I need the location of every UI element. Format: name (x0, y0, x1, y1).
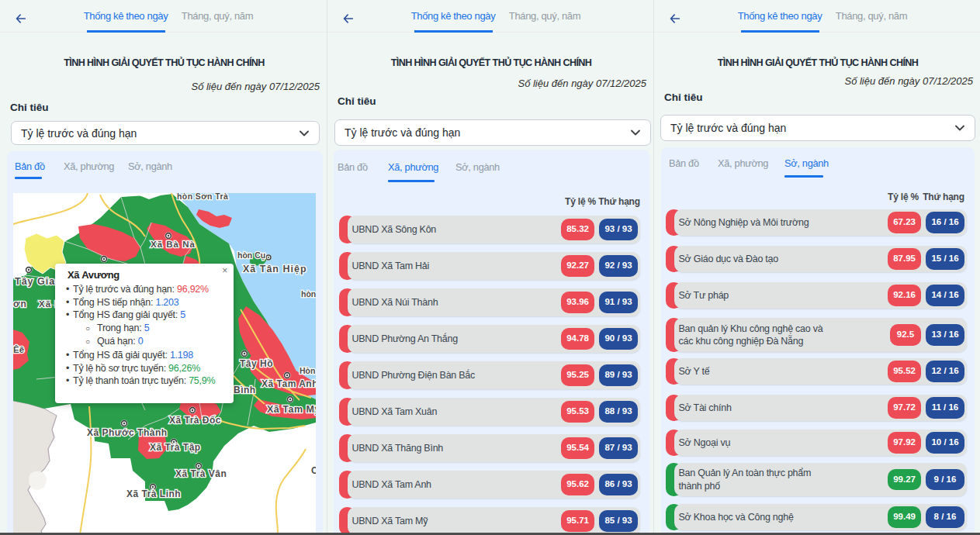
svg-text:ơn: ơn (13, 299, 27, 309)
svg-text:Êê: Êê (13, 345, 24, 354)
svg-text:Xã Phước Thành: Xã Phước Thành (87, 427, 168, 438)
svg-text:Xã Tam Anh: Xã Tam Anh (261, 378, 316, 389)
svg-text:Xã Trà Tập: Xã Trà Tập (150, 442, 201, 453)
svg-text:hòn Cụ: hòn Cụ (237, 250, 265, 261)
svg-text:Xã Tân Hiệp: Xã Tân Hiệp (243, 264, 307, 274)
svg-text:hòn·: hòn· (301, 289, 316, 299)
svg-text:hòn Sơn Trà: hòn Sơn Trà (177, 193, 228, 201)
svg-text:Xã Trà Linh: Xã Trà Linh (126, 488, 181, 499)
svg-text:Xã Bà Nà: Xã Bà Nà (151, 240, 196, 249)
svg-text:Xã Trà Đốc: Xã Trà Đốc (169, 415, 221, 426)
svg-text:Tây Hồ: Tây Hồ (240, 358, 273, 369)
svg-text:Hòn: Hòn (300, 366, 315, 375)
svg-text:Xã Tam Mỹ: Xã Tam Mỹ (267, 404, 316, 415)
svg-text:Xã Trà Vân: Xã Trà Vân (175, 468, 227, 479)
svg-text:Bình: Bình (234, 385, 256, 395)
svg-text:C: C (311, 465, 316, 476)
